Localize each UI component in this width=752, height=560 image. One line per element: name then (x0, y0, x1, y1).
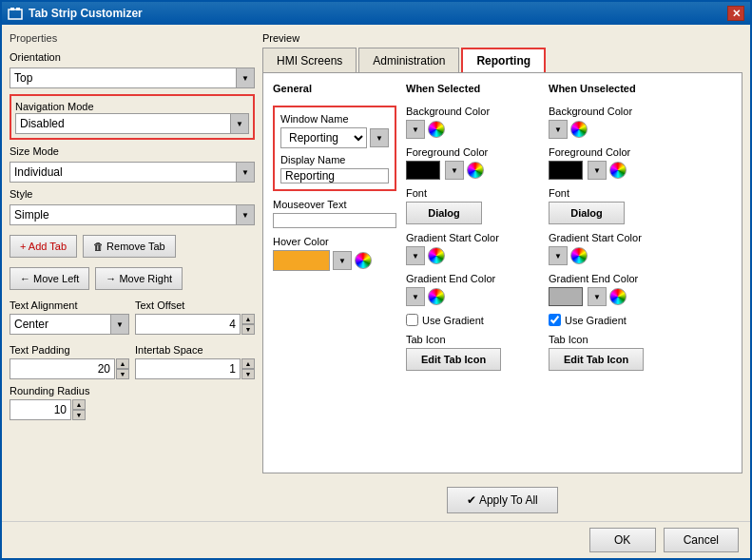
sel-grad-end-arrow[interactable]: ▼ (406, 287, 425, 306)
add-tab-button[interactable]: + Add Tab (10, 235, 77, 258)
text-padding-down[interactable]: ▼ (116, 369, 129, 379)
rounding-radius-input[interactable] (10, 399, 71, 420)
text-options-row: Text Alignment Center ▼ Text Offset ▲ (10, 299, 255, 335)
nav-mode-group: Navigation Mode Disabled ▼ (10, 94, 255, 140)
intertab-space-input[interactable] (135, 358, 241, 379)
text-alignment-label: Text Alignment (10, 299, 129, 311)
sel-grad-start-picker-icon[interactable] (428, 247, 445, 264)
unsel-fg-color-picker-icon[interactable] (609, 162, 627, 179)
style-group: Style Simple ▼ (10, 188, 255, 225)
size-mode-dropdown-container: Individual ▼ (10, 162, 255, 183)
ok-button[interactable]: OK (589, 528, 656, 552)
text-offset-input[interactable] (135, 314, 241, 335)
sel-font-dialog-button[interactable]: Dialog (406, 202, 482, 224)
display-name-label: Display Name (280, 154, 389, 165)
hover-color-group: Hover Color ▼ (273, 236, 396, 271)
unsel-grad-end-swatch[interactable] (549, 287, 583, 306)
window-name-label: Window Name (280, 113, 389, 125)
text-padding-input[interactable] (10, 358, 115, 379)
mouseover-text-label: Mouseover Text (273, 199, 396, 210)
unsel-grad-end-picker-icon[interactable] (609, 288, 627, 305)
apply-to-all-button[interactable]: ✔ Apply To All (447, 487, 558, 513)
footer-bar: OK Cancel (2, 521, 750, 558)
sel-grad-start-arrow[interactable]: ▼ (406, 246, 425, 265)
size-mode-label: Size Mode (10, 145, 255, 157)
unsel-edit-tab-icon-button[interactable]: Edit Tab Icon (549, 348, 644, 371)
unsel-grad-end-arrow[interactable]: ▼ (588, 287, 607, 306)
unsel-font-dialog-button[interactable]: Dialog (549, 202, 625, 224)
sel-fg-color-arrow[interactable]: ▼ (445, 161, 464, 180)
move-right-button[interactable]: → Move Right (95, 267, 183, 290)
unsel-fg-color-group: Foreground Color ▼ (549, 146, 682, 180)
title-bar: Tab Strip Customizer ✕ (2, 2, 750, 25)
tab-hmi-screens[interactable]: HMI Screens (262, 48, 357, 72)
sel-fg-color-group: Foreground Color ▼ (406, 146, 539, 180)
move-row: ← Move Left → Move Right (10, 267, 255, 290)
text-offset-down[interactable]: ▼ (241, 324, 255, 335)
hover-color-arrow[interactable]: ▼ (333, 251, 352, 270)
mouseover-text-input[interactable] (273, 213, 396, 228)
tab-administration[interactable]: Administration (358, 48, 459, 72)
unsel-grad-start-arrow[interactable]: ▼ (549, 246, 568, 265)
window-name-select[interactable]: Reporting (280, 127, 367, 148)
general-group: Window Name Reporting ▼ Display Name (273, 106, 396, 191)
text-padding-up[interactable]: ▲ (116, 358, 129, 369)
close-button[interactable]: ✕ (727, 6, 744, 21)
tab-reporting[interactable]: Reporting (461, 48, 546, 72)
unsel-fg-color-label: Foreground Color (549, 146, 682, 158)
unsel-font-label: Font (549, 187, 682, 199)
intertab-space-group: Intertab Space ▲ ▼ (135, 344, 255, 379)
mouseover-text-group: Mouseover Text (273, 199, 396, 228)
sel-bg-color-label: Background Color (406, 106, 539, 117)
size-mode-group: Size Mode Individual ▼ (10, 145, 255, 183)
remove-tab-button[interactable]: 🗑 Remove Tab (83, 235, 176, 258)
sel-grad-end-group: Gradient End Color ▼ (406, 273, 539, 306)
main-window: Tab Strip Customizer ✕ Properties Orient… (0, 0, 752, 560)
text-padding-group: Text Padding ▲ ▼ (10, 344, 129, 379)
hover-color-label: Hover Color (273, 236, 396, 247)
nav-mode-select[interactable]: Disabled (15, 113, 249, 134)
preview-label: Preview (262, 32, 742, 44)
sel-tab-icon-group: Tab Icon Edit Tab Icon (406, 334, 539, 371)
text-alignment-group: Text Alignment Center ▼ (10, 299, 129, 335)
unsel-fg-color-swatch[interactable] (549, 161, 583, 180)
rounding-radius-up[interactable]: ▲ (72, 399, 86, 410)
sel-grad-end-label: Gradient End Color (406, 273, 539, 284)
style-select[interactable]: Simple (10, 204, 255, 225)
window-name-arrow[interactable]: ▼ (370, 128, 389, 147)
rounding-radius-down[interactable]: ▼ (72, 410, 86, 420)
sel-fg-color-swatch[interactable] (406, 161, 440, 180)
unsel-bg-color-picker-icon[interactable] (570, 121, 588, 138)
unsel-use-gradient-checkbox[interactable] (549, 314, 561, 326)
orientation-select[interactable]: Top (10, 68, 255, 88)
display-name-input[interactable] (280, 168, 389, 183)
add-remove-row: + Add Tab 🗑 Remove Tab (10, 235, 255, 258)
unsel-grad-end-label: Gradient End Color (549, 273, 682, 284)
unsel-font-group: Font Dialog (549, 187, 682, 224)
move-left-button[interactable]: ← Move Left (10, 267, 89, 290)
sel-grad-end-picker-icon[interactable] (428, 288, 445, 305)
hover-color-swatch[interactable] (273, 250, 330, 271)
sel-tab-icon-label: Tab Icon (406, 334, 539, 345)
hover-color-picker-icon[interactable] (355, 252, 372, 269)
sel-grad-start-group: Gradient Start Color ▼ (406, 232, 539, 265)
sel-use-gradient-row: Use Gradient (406, 314, 539, 326)
sel-fg-color-picker-icon[interactable] (467, 162, 484, 179)
text-alignment-select[interactable]: Center (10, 314, 129, 335)
rounding-radius-label: Rounding Radius (10, 385, 255, 396)
cancel-button[interactable]: Cancel (664, 528, 739, 552)
sel-bg-color-arrow[interactable]: ▼ (406, 120, 425, 139)
intertab-space-down[interactable]: ▼ (241, 369, 255, 379)
display-name-group: Display Name (280, 154, 389, 183)
intertab-space-up[interactable]: ▲ (241, 358, 255, 369)
unsel-fg-color-arrow[interactable]: ▼ (588, 161, 607, 180)
sel-use-gradient-checkbox[interactable] (406, 314, 418, 326)
sel-edit-tab-icon-button[interactable]: Edit Tab Icon (406, 348, 501, 371)
tab-bar: HMI Screens Administration Reporting (262, 48, 742, 72)
text-offset-up[interactable]: ▲ (241, 314, 255, 324)
sel-bg-color-picker-icon[interactable] (428, 121, 445, 138)
size-mode-select[interactable]: Individual (10, 162, 255, 183)
nav-mode-label: Navigation Mode (15, 101, 94, 112)
unsel-grad-start-picker-icon[interactable] (570, 247, 588, 264)
unsel-bg-color-arrow[interactable]: ▼ (549, 120, 568, 139)
